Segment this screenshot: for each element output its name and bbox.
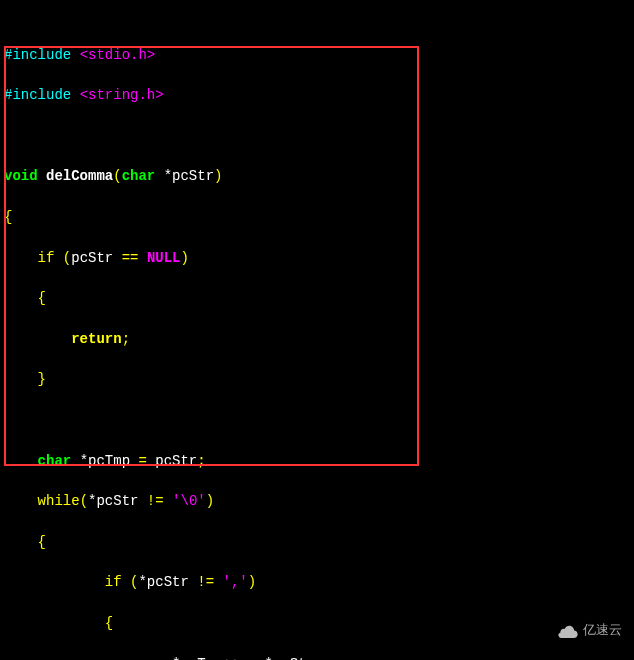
code-line: if (pcStr == NULL) [4, 248, 630, 268]
paren: ) [248, 574, 256, 590]
param-name: *pcStr [164, 168, 214, 184]
keyword: while [38, 493, 80, 509]
code-line: #include <string.h> [4, 85, 630, 105]
variable: pcStr [155, 453, 197, 469]
variable: *pcTmp [80, 453, 130, 469]
brace: { [38, 534, 46, 550]
paren: ) [180, 250, 188, 266]
char-literal: '\0' [172, 493, 206, 509]
code-line [4, 126, 630, 146]
return-keyword: return [71, 331, 121, 347]
brace: { [38, 290, 46, 306]
variable: *pcStr [264, 656, 314, 661]
preprocessor-directive: #include [4, 47, 71, 63]
code-line [4, 410, 630, 430]
return-type: void [4, 168, 38, 184]
char-literal: ',' [223, 574, 248, 590]
code-line: { [4, 613, 630, 633]
var-type: char [38, 453, 72, 469]
null-keyword: NULL [147, 250, 181, 266]
paren: ( [113, 168, 121, 184]
paren: ) [206, 493, 214, 509]
operator: = [138, 453, 146, 469]
code-line: char *pcTmp = pcStr; [4, 451, 630, 471]
operator: = [248, 656, 256, 661]
code-editor: #include <stdio.h> #include <string.h> v… [4, 4, 630, 660]
operator: != [197, 574, 214, 590]
code-line: while(*pcStr != '\0') [4, 491, 630, 511]
operator: == [122, 250, 139, 266]
variable: pcStr [71, 250, 113, 266]
keyword: if [38, 250, 55, 266]
code-line: { [4, 532, 630, 552]
code-line: *pcTmp++ = *pcStr; [4, 654, 630, 661]
cloud-icon [557, 624, 579, 638]
keyword: if [105, 574, 122, 590]
semicolon: ; [197, 453, 205, 469]
param-type: char [122, 168, 156, 184]
semicolon: ; [315, 656, 323, 661]
paren: ) [214, 168, 222, 184]
code-line: } [4, 369, 630, 389]
watermark: 亿速云 [557, 621, 622, 640]
semicolon: ; [122, 331, 130, 347]
brace: { [4, 209, 12, 225]
code-line: { [4, 207, 630, 227]
code-line: { [4, 288, 630, 308]
brace: { [105, 615, 113, 631]
code-line: #include <stdio.h> [4, 45, 630, 65]
header-file: <stdio.h> [80, 47, 156, 63]
brace: } [38, 371, 46, 387]
preprocessor-directive: #include [4, 87, 71, 103]
header-file: <string.h> [80, 87, 164, 103]
paren: ( [80, 493, 88, 509]
code-line: if (*pcStr != ',') [4, 572, 630, 592]
variable: *pcStr [138, 574, 188, 590]
code-line: return; [4, 329, 630, 349]
function-name: delComma [46, 168, 113, 184]
code-line: void delComma(char *pcStr) [4, 166, 630, 186]
variable: *pcTmp++ [172, 656, 239, 661]
operator: != [147, 493, 164, 509]
variable: *pcStr [88, 493, 138, 509]
watermark-text: 亿速云 [583, 621, 622, 640]
paren: ( [63, 250, 71, 266]
